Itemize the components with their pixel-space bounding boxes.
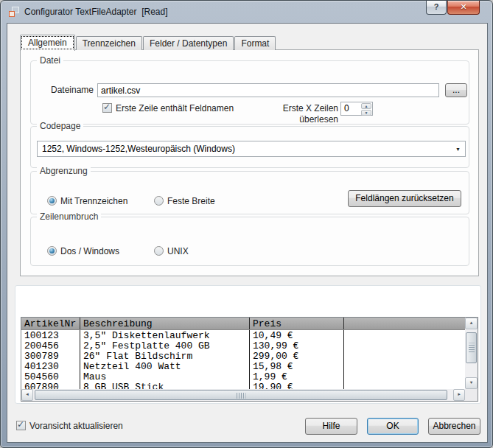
tab-allgemein[interactable]: Allgemein — [20, 35, 75, 51]
scroll-right-icon[interactable]: ► — [453, 389, 465, 401]
spin-down-icon[interactable]: ▼ — [361, 110, 371, 116]
group-codepage-title: Codepage — [37, 121, 83, 131]
group-zeilenumbruch-title: Zeilenumbruch — [37, 211, 101, 222]
table-row[interactable]: 6078908 GB USB Stick19,90 € — [21, 382, 465, 389]
table-cell — [344, 340, 465, 351]
tab-trennzeichen[interactable]: Trennzeichen — [76, 36, 142, 50]
table-cell: 401230 — [21, 361, 80, 371]
table-row[interactable]: 401230Netzteil 400 Watt15,98 € — [21, 361, 465, 371]
table-cell: 8 GB USB Stick — [80, 382, 250, 389]
table-cell — [344, 361, 465, 371]
radio-dos-windows[interactable] — [47, 246, 57, 256]
skip-rows-spinner[interactable]: 0 ▲ ▼ — [340, 102, 373, 116]
table-cell: 200456 — [21, 340, 80, 351]
table-cell: 1,99 € — [250, 371, 344, 382]
codepage-selected-value: 1252, Windows-1252,Westeuropäisch (Windo… — [42, 144, 235, 154]
first-row-checkbox[interactable]: ✓ — [102, 103, 112, 113]
ok-button[interactable]: OK — [367, 418, 419, 435]
scroll-up-icon[interactable]: ▲ — [465, 318, 478, 329]
table-cell — [344, 371, 465, 382]
table-cell — [344, 330, 465, 340]
radio-feste-breite-label: Feste Breite — [167, 196, 215, 207]
radio-mit-trennzeichen-label: Mit Trennzeichen — [60, 196, 127, 207]
dateiname-label: Dateiname — [51, 85, 94, 96]
horizontal-scrollbar[interactable]: ◄ ► — [21, 389, 465, 401]
spin-up-icon[interactable]: ▲ — [361, 103, 371, 109]
radio-feste-breite[interactable] — [154, 196, 164, 206]
horizontal-scrollbar-thumb[interactable] — [35, 390, 447, 400]
preview-table-body: 1001233,5" Diskettenlaufwerk10,49 €20045… — [21, 330, 465, 389]
help-button[interactable]: Hilfe — [305, 418, 357, 435]
help-caption-button[interactable]: ? — [426, 1, 447, 15]
radio-unix-label: UNIX — [167, 246, 189, 257]
table-cell: 300789 — [21, 351, 80, 361]
window-title: Configurator TextFileAdapter [Read] — [24, 7, 168, 17]
skip-rows-label: Erste X Zeilen überlesen — [242, 103, 338, 125]
check-icon: ✓ — [103, 102, 111, 112]
close-button[interactable]: ✕ — [447, 1, 480, 15]
table-cell: 26" Flat Bildschirm — [80, 351, 250, 361]
table-cell: 504560 — [21, 371, 80, 382]
scroll-left-icon[interactable]: ◄ — [21, 389, 33, 401]
preview-table-content: ArtikelNrBeschreibungPreis 1001233,5" Di… — [21, 318, 465, 389]
table-cell: 19,90 € — [250, 382, 344, 389]
table-row[interactable]: 2004562,5" Festplatte 400 GB130,99 € — [21, 340, 465, 351]
chevron-down-icon: ▼ — [455, 147, 461, 152]
table-cell: Netzteil 400 Watt — [80, 361, 250, 371]
scrollbar-corner — [465, 389, 478, 401]
column-header[interactable]: Preis — [250, 318, 344, 329]
table-row[interactable]: 1001233,5" Diskettenlaufwerk10,49 € — [21, 330, 465, 340]
tab-format[interactable]: Format — [234, 36, 276, 50]
column-header[interactable]: Beschreibung — [80, 318, 250, 329]
tab-felder-datentypen[interactable]: Felder / Datentypen — [143, 36, 234, 50]
radio-mit-trennzeichen[interactable] — [47, 196, 57, 206]
radio-unix[interactable] — [154, 246, 164, 256]
browse-button[interactable]: ... — [445, 83, 467, 97]
vertical-scrollbar[interactable]: ▲ ▼ — [465, 318, 478, 389]
preview-panel: ArtikelNrBeschreibungPreis 1001233,5" Di… — [15, 285, 481, 404]
scroll-down-icon[interactable]: ▼ — [465, 377, 478, 389]
group-datei: Datei Dateiname ... ✓ Erste Zeile enthäl… — [30, 60, 469, 125]
column-header[interactable]: ArtikelNr — [21, 318, 80, 329]
table-row[interactable]: 30078926" Flat Bildschirm299,00 € — [21, 351, 465, 361]
dateiname-input[interactable] — [97, 83, 439, 97]
refresh-preview-label: Voransicht aktualisieren — [29, 421, 123, 432]
table-cell: 2,5" Festplatte 400 GB — [80, 340, 250, 351]
table-cell: 607890 — [21, 382, 80, 389]
refresh-preview-checkbox[interactable]: ✓ — [16, 421, 26, 430]
table-cell: 299,00 € — [250, 351, 344, 361]
table-cell: 10,49 € — [250, 330, 344, 340]
group-codepage: Codepage 1252, Windows-1252,Westeuropäis… — [30, 126, 469, 168]
skip-rows-value: 0 — [344, 103, 349, 113]
table-cell: 130,99 € — [250, 340, 344, 351]
column-header[interactable] — [344, 318, 465, 329]
titlebar[interactable]: Configurator TextFileAdapter [Read] — [1, 1, 492, 23]
group-datei-title: Datei — [37, 55, 63, 66]
dialog-client-area: Allgemein Trennzeichen Felder / Datentyp… — [7, 23, 488, 443]
table-row[interactable]: 504560Maus1,99 € — [21, 371, 465, 382]
codepage-combobox[interactable]: 1252, Windows-1252,Westeuropäisch (Windo… — [37, 141, 466, 157]
preview-table: ArtikelNrBeschreibungPreis 1001233,5" Di… — [21, 317, 478, 402]
app-icon — [8, 6, 20, 18]
cancel-button[interactable]: Abbrechen — [428, 418, 480, 435]
tab-page-allgemein: Datei Dateiname ... ✓ Erste Zeile enthäl… — [20, 49, 479, 276]
first-row-checkbox-label: Erste Zeile enthält Feldnamen — [116, 103, 234, 114]
table-cell — [344, 382, 465, 389]
group-zeilenumbruch: Zeilenumbruch Dos / Windows UNIX — [30, 217, 469, 266]
table-cell: Maus — [80, 371, 250, 382]
check-icon: ✓ — [17, 419, 24, 430]
dialog-window: Configurator TextFileAdapter [Read] ? ✕ … — [0, 0, 493, 448]
close-icon: ✕ — [460, 2, 466, 11]
table-cell — [344, 351, 465, 361]
preview-table-header: ArtikelNrBeschreibungPreis — [21, 318, 465, 330]
tab-strip: Allgemein Trennzeichen Felder / Datentyp… — [20, 35, 276, 50]
radio-dos-windows-label: Dos / Windows — [60, 246, 119, 257]
vertical-scrollbar-thumb[interactable] — [466, 332, 477, 363]
reset-field-lengths-button[interactable]: Feldlängen zurücksetzen — [348, 190, 461, 207]
group-abgrenzung: Abgrenzung Mit Trennzeichen Feste Breite… — [30, 171, 469, 214]
table-cell: 100123 — [21, 330, 80, 340]
table-cell: 15,98 € — [250, 361, 344, 371]
help-icon: ? — [434, 2, 439, 11]
table-cell: 3,5" Diskettenlaufwerk — [80, 330, 250, 340]
group-abgrenzung-title: Abgrenzung — [37, 166, 91, 176]
